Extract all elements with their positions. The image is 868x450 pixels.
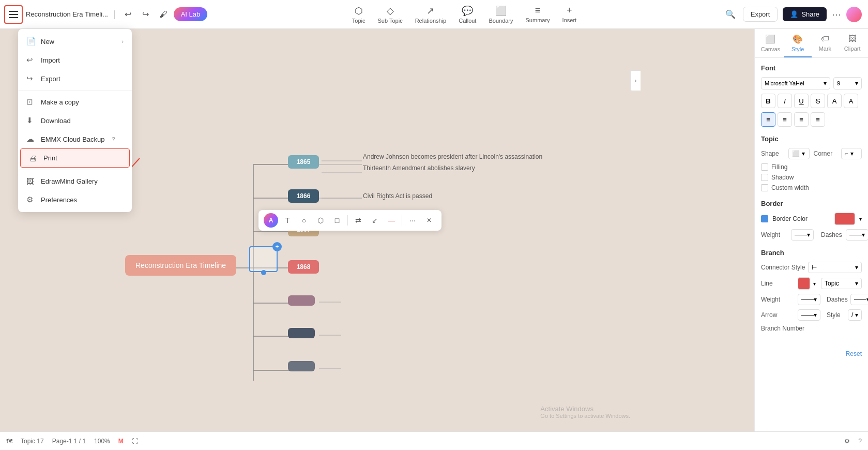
border-color-checkbox[interactable] bbox=[761, 215, 768, 222]
map-view-button[interactable]: 🗺 bbox=[6, 438, 12, 445]
branch-weight-icon: —— bbox=[801, 296, 814, 303]
callout-tool[interactable]: 💬 Callout bbox=[459, 5, 476, 24]
summary-label: Summary bbox=[526, 17, 550, 23]
share-button[interactable]: 👤 Share bbox=[783, 7, 827, 21]
alignment-buttons-row: ≡ ≡ ≡ ≡ bbox=[761, 112, 862, 127]
user-avatar[interactable] bbox=[846, 7, 862, 22]
ai-lab-button[interactable]: AI Lab bbox=[174, 7, 208, 21]
summary-tool[interactable]: ≡ Summary bbox=[526, 5, 550, 23]
tab-clipart[interactable]: 🖼 Clipart bbox=[839, 29, 866, 57]
menu-item-gallery[interactable]: 🖼 EdrawMind Gallery bbox=[18, 172, 132, 190]
font-size-select[interactable]: 9 ▾ bbox=[833, 77, 862, 89]
menu-item-make-copy[interactable]: ⊡ Make a copy bbox=[18, 93, 132, 111]
weight-select[interactable]: —— ▾ bbox=[791, 229, 814, 241]
line-color-chevron: ▾ bbox=[813, 281, 816, 287]
shadow-label: Shadow bbox=[771, 174, 794, 181]
node-p1[interactable] bbox=[288, 295, 315, 306]
align-right-button[interactable]: ≡ bbox=[794, 112, 809, 127]
node-1865[interactable]: 1865 bbox=[288, 155, 319, 169]
branch-weight-select[interactable]: —— ▾ bbox=[798, 294, 820, 305]
hamburger-menu-button[interactable] bbox=[4, 5, 23, 24]
highlight-button[interactable]: A bbox=[844, 94, 858, 108]
toolbar-divider bbox=[347, 215, 348, 226]
subtopic-tool[interactable]: ◇ Sub Topic bbox=[378, 5, 403, 24]
copy-style-button[interactable]: 🖌 bbox=[156, 7, 171, 22]
node-p2[interactable] bbox=[288, 328, 315, 338]
align-center-button[interactable]: ≡ bbox=[778, 112, 792, 127]
add-child-button[interactable]: + bbox=[272, 242, 282, 251]
shadow-checkbox[interactable] bbox=[761, 174, 768, 181]
style-select[interactable]: / ▾ bbox=[848, 309, 862, 321]
connector-float-button[interactable]: ↙ bbox=[368, 213, 382, 228]
tab-mark[interactable]: 🏷 Mark bbox=[812, 29, 839, 57]
branch-line-color[interactable] bbox=[798, 277, 810, 290]
menu-item-import[interactable]: ↩ Import bbox=[18, 51, 132, 69]
insert-tool[interactable]: + Insert bbox=[562, 5, 577, 23]
reset-button[interactable]: Reset bbox=[846, 350, 862, 357]
menu-item-new[interactable]: 📄 New › bbox=[18, 32, 132, 51]
undo-button[interactable]: ↩ bbox=[121, 7, 135, 22]
more-float-button[interactable]: ··· bbox=[405, 213, 420, 228]
underline-button[interactable]: U bbox=[794, 94, 809, 108]
relationship-icon: ↗ bbox=[427, 5, 434, 17]
export-button[interactable]: Export bbox=[743, 7, 778, 22]
search-button[interactable]: 🔍 bbox=[723, 7, 738, 22]
close-float-button[interactable]: ✕ bbox=[422, 213, 436, 228]
menu-item-download[interactable]: ⬇ Download bbox=[18, 111, 132, 130]
relationship-float-button[interactable]: ⇄ bbox=[351, 213, 366, 228]
align-left-button[interactable]: ≡ bbox=[761, 112, 775, 127]
circle-shape-button[interactable]: ○ bbox=[297, 213, 311, 228]
toolbar-left: Reconstruction Era Timeli... | ↩ ↪ 🖌 AI … bbox=[0, 5, 211, 24]
align-justify-button[interactable]: ≡ bbox=[811, 112, 825, 127]
callout-label: Callout bbox=[459, 18, 476, 24]
boundary-tool[interactable]: ⬜ Boundary bbox=[489, 5, 513, 24]
node-handle[interactable] bbox=[261, 270, 266, 275]
menu-item-export[interactable]: ↪ Export bbox=[18, 69, 132, 88]
text-edit-button[interactable]: T bbox=[280, 213, 295, 228]
custom-width-checkbox[interactable] bbox=[761, 184, 768, 191]
menu-item-preferences[interactable]: ⚙ Preferences bbox=[18, 190, 132, 209]
grid-menu-button[interactable]: ⋯ bbox=[832, 9, 841, 20]
strikethrough-button[interactable]: S bbox=[811, 94, 825, 108]
menu-item-emmx[interactable]: ☁ EMMX Cloud Backup ? bbox=[18, 130, 132, 148]
ai-float-button[interactable]: A bbox=[264, 213, 278, 228]
node-p3[interactable] bbox=[288, 361, 315, 371]
panel-collapse-button[interactable]: › bbox=[630, 70, 641, 91]
fullscreen-button[interactable]: ⛶ bbox=[132, 438, 138, 445]
branch-weight-row: Weight —— ▾ Dashes —— ▾ bbox=[761, 294, 862, 305]
hexagon-shape-button[interactable]: ⬡ bbox=[313, 213, 328, 228]
font-color-button[interactable]: A bbox=[827, 94, 842, 108]
redo-button[interactable]: ↪ bbox=[139, 7, 153, 22]
dashes-select[interactable]: —— ▾ bbox=[846, 229, 868, 241]
topic-tool[interactable]: ⬡ Topic bbox=[352, 5, 366, 24]
font-family-select[interactable]: Microsoft YaHei ▾ bbox=[761, 77, 830, 89]
font-family-row: Microsoft YaHei ▾ 9 ▾ bbox=[761, 77, 862, 89]
color-float-button[interactable]: — bbox=[384, 213, 399, 228]
node-1866[interactable]: 1866 bbox=[288, 189, 319, 203]
bold-button[interactable]: B bbox=[761, 94, 775, 108]
reset-section: Reset bbox=[755, 347, 868, 360]
filling-checkbox[interactable] bbox=[761, 163, 768, 171]
selected-node-box[interactable]: + bbox=[249, 246, 278, 272]
tab-style[interactable]: 🎨 Style bbox=[784, 29, 812, 57]
relationship-tool[interactable]: ↗ Relationship bbox=[415, 5, 447, 24]
node-1868[interactable]: 1868 bbox=[288, 260, 319, 274]
tab-canvas[interactable]: ⬜ Canvas bbox=[757, 29, 784, 57]
style-chevron: ▾ bbox=[855, 311, 858, 319]
help-button[interactable]: ? bbox=[858, 438, 862, 445]
rect-shape-button[interactable]: □ bbox=[330, 213, 344, 228]
arrow-select[interactable]: —— ▾ bbox=[798, 309, 820, 321]
floating-toolbar: A T ○ ⬡ □ ⇄ ↙ — ··· ✕ bbox=[258, 210, 441, 231]
shape-select[interactable]: ⬜ ▾ bbox=[788, 148, 810, 159]
border-color-picker[interactable] bbox=[834, 213, 855, 225]
settings-button[interactable]: ⚙ bbox=[844, 438, 850, 445]
summary-icon: ≡ bbox=[535, 5, 541, 16]
italic-button[interactable]: I bbox=[778, 94, 792, 108]
central-node[interactable]: Reconstruction Era Timeline bbox=[125, 255, 236, 276]
menu-item-print[interactable]: 🖨 Print bbox=[20, 148, 130, 168]
corner-select[interactable]: ⌐ ▾ bbox=[841, 148, 862, 159]
border-color-chevron[interactable]: ▾ bbox=[859, 216, 862, 222]
connector-style-select[interactable]: ⊢ ▾ bbox=[808, 262, 862, 273]
branch-dashes-select[interactable]: —— ▾ bbox=[850, 294, 868, 305]
branch-topic-select[interactable]: Topic ▾ bbox=[821, 278, 862, 289]
